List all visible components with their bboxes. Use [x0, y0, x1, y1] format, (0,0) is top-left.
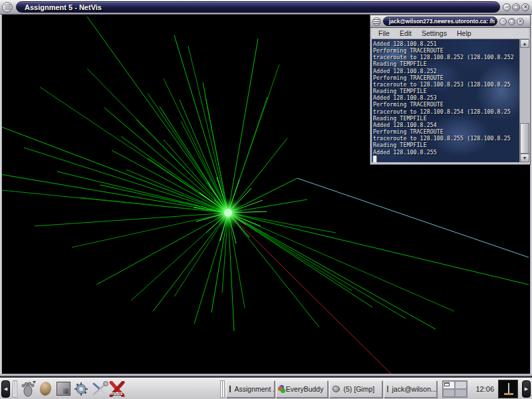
- terminal-close-button[interactable]: ✕: [517, 18, 524, 25]
- main-window-controls: − □ ✕: [503, 3, 529, 11]
- launcher-egg[interactable]: [37, 380, 55, 398]
- terminal-output[interactable]: Added 128.100.8.251Performing TRACEROUTE…: [372, 39, 519, 162]
- scroll-down-icon[interactable]: ▼: [520, 154, 529, 162]
- terminal-output-line: Reading TEMPFILE: [373, 115, 519, 122]
- launcher-filebox[interactable]: [55, 380, 72, 398]
- terminal-output-line: Performing TRACEROUTE: [373, 128, 519, 135]
- terminal-menubar: File Edit Settings Help: [372, 28, 529, 39]
- foot-gear-icon: [73, 380, 90, 398]
- menu-help[interactable]: Help: [457, 29, 471, 37]
- task-button-terminal[interactable]: jack@wilson...: [384, 380, 437, 398]
- launcher-xmms[interactable]: mms: [108, 381, 126, 397]
- menu-file[interactable]: File: [378, 29, 390, 37]
- main-window-title: Assignment 5 - NetVis: [16, 1, 500, 13]
- egg-icon: [39, 380, 53, 396]
- terminal-cursor: █: [373, 156, 376, 162]
- panel-hide-right-button[interactable]: ▶: [522, 380, 531, 398]
- pager-workspace-3[interactable]: [443, 389, 455, 397]
- terminal-title-text: jack@wilson273.newres.utoronto.ca: /h: [389, 18, 495, 25]
- maximize-button[interactable]: □: [512, 3, 520, 11]
- gray-box-icon: [57, 382, 70, 396]
- terminal-icon: [387, 386, 388, 392]
- terminal-output-line: Added 128.100.8.251: [373, 41, 519, 47]
- terminal-output-line: traceroute to 128.100.8.254 (128.100.8.2…: [373, 108, 519, 115]
- lamp-applet: [498, 380, 518, 398]
- terminal-window-menu-button[interactable]: [372, 17, 381, 26]
- close-button[interactable]: ✕: [521, 3, 529, 11]
- scroll-up-icon[interactable]: ▲: [520, 39, 529, 48]
- gimp-icon: [332, 386, 340, 392]
- terminal-controls: − □ ✕: [499, 18, 524, 25]
- terminal-output-line: Added 128.100.8.255: [373, 149, 519, 156]
- desktop-pager[interactable]: [442, 380, 467, 398]
- terminal-scrollbar[interactable]: ▲ ▼: [519, 39, 529, 162]
- terminal-output-line: traceroute to 128.100.8.255 (128.100.8.2…: [373, 135, 519, 142]
- terminal-cursor-line: █: [373, 156, 519, 162]
- terminal-output-line: traceroute to 128.100.8.252 (128.100.8.2…: [373, 54, 519, 61]
- launcher-toolbox[interactable]: [90, 380, 108, 398]
- terminal-window: jack@wilson273.newres.utoronto.ca: /h − …: [370, 15, 531, 165]
- task-label: Assignment ...: [234, 385, 275, 393]
- main-window-border-bottom: [0, 374, 532, 376]
- clock-applet: 12:06: [475, 385, 494, 393]
- task-label: jack@wilson...: [392, 385, 436, 393]
- terminal-body: Added 128.100.8.251Performing TRACEROUTE…: [372, 39, 529, 162]
- pager-workspace-4[interactable]: [455, 389, 467, 397]
- task-label: (5) [Gimp]: [343, 385, 374, 393]
- menu-settings[interactable]: Settings: [422, 29, 447, 37]
- terminal-output-line: Reading TEMPFILE: [373, 88, 519, 94]
- starburst-core: [224, 209, 232, 217]
- task-button-netvis[interactable]: Assignment ...: [226, 380, 275, 398]
- lamp-base-icon: [504, 393, 513, 395]
- gnome-foot-icon: [19, 380, 37, 398]
- terminal-output-line: Added 128.100.8.254: [373, 122, 519, 128]
- terminal-output-line: Reading TEMPFILE: [373, 142, 519, 148]
- panel-handle[interactable]: [13, 380, 17, 398]
- pager-workspace-2[interactable]: [455, 381, 467, 389]
- terminal-output-line: traceroute to 128.100.8.253 (128.100.8.2…: [373, 81, 519, 88]
- terminal-output-line: Added 128.100.8.253: [373, 94, 519, 101]
- crossed-tools-icon: [91, 380, 108, 398]
- xmms-label: mms: [110, 390, 123, 396]
- window-menu-button[interactable]: [2, 2, 13, 13]
- tasklist-handle[interactable]: [220, 380, 225, 398]
- window-menu-icon: [5, 5, 11, 9]
- gnome-panel: ◀: [0, 378, 532, 399]
- main-menu-launcher[interactable]: [19, 380, 37, 398]
- main-window-title-text: Assignment 5 - NetVis: [25, 3, 102, 11]
- window-menu-icon: [374, 19, 380, 24]
- panel-hide-left-button[interactable]: ◀: [1, 380, 10, 398]
- terminal-output-line: Reading TEMPFILE: [373, 61, 519, 67]
- task-button-gimp[interactable]: (5) [Gimp]: [329, 380, 382, 398]
- terminal-output-line: Performing TRACEROUTE: [373, 101, 519, 108]
- everybuddy-icon: [279, 385, 282, 393]
- main-window-border-left: [0, 15, 2, 376]
- lamp-pole-icon: [508, 383, 509, 394]
- pager-mini-window: [444, 382, 450, 386]
- main-window-titlebar: Assignment 5 - NetVis − □ ✕: [0, 0, 532, 15]
- launcher-control-center[interactable]: [72, 380, 90, 398]
- scrollbar-thumb[interactable]: [520, 123, 529, 154]
- menu-edit[interactable]: Edit: [400, 29, 412, 37]
- terminal-output-line: Added 128.100.8.252: [373, 68, 519, 74]
- terminal-output-line: Performing TRACEROUTE: [373, 74, 519, 81]
- terminal-title: jack@wilson273.newres.utoronto.ca: /h: [383, 17, 497, 26]
- window-icon: [229, 386, 231, 392]
- terminal-output-line: Performing TRACEROUTE: [373, 47, 519, 54]
- terminal-minimize-button[interactable]: −: [499, 18, 507, 25]
- terminal-maximize-button[interactable]: □: [508, 18, 515, 25]
- pager-workspace-1[interactable]: [443, 381, 455, 389]
- task-label: EveryBuddy: [286, 385, 324, 393]
- terminal-titlebar: jack@wilson273.newres.utoronto.ca: /h − …: [370, 15, 530, 28]
- minimize-button[interactable]: −: [503, 3, 511, 11]
- task-button-everybuddy[interactable]: EveryBuddy: [276, 380, 328, 398]
